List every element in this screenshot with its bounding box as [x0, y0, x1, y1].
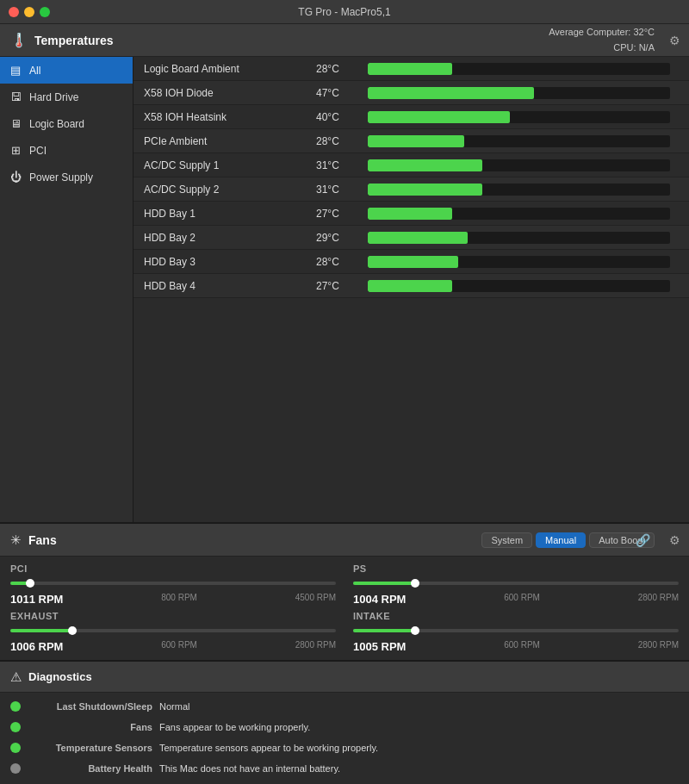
fan-slider-track[interactable]: [10, 582, 336, 585]
fan-slider-track[interactable]: [353, 629, 679, 632]
fan-item-intake: INTAKE 1005 RPM 600 RPM 2800 RPM: [353, 611, 679, 653]
fan-item-ps: PS 1004 RPM 600 RPM 2800 RPM: [353, 563, 679, 606]
temp-row-value: 28°C: [316, 135, 368, 147]
temp-row-name: X58 IOH Diode: [144, 87, 316, 99]
fan-rpm-range: 1005 RPM 600 RPM 2800 RPM: [353, 640, 679, 653]
fan-slider-row: [353, 623, 679, 638]
diag-value: Temperature sensors appear to be working…: [159, 743, 378, 753]
temp-row-name: X58 IOH Heatsink: [144, 111, 316, 123]
fan-rpm-max: 2800 RPM: [638, 593, 679, 606]
diagnostics-row: Temperature Sensors Temperature sensors …: [10, 737, 679, 758]
temp-row-name: Logic Board Ambient: [144, 63, 316, 75]
temperatures-body: ▤ All 🖫 Hard Drive 🖥 Logic Board ⊞ PCI ⏻: [0, 57, 689, 522]
temperature-row: HDD Bay 2 29°C: [133, 226, 689, 250]
fan-slider-fill: [353, 629, 415, 632]
sidebar-item-pci[interactable]: ⊞ PCI: [0, 137, 133, 164]
sidebar-label-logicboard: Logic Board: [29, 118, 84, 130]
temp-row-value: 40°C: [316, 111, 368, 123]
temperatures-gear-button[interactable]: ⚙: [669, 34, 680, 47]
fan-label: EXHAUST: [10, 611, 59, 621]
temperatures-section: 🌡️ Temperatures Average Computer: 32°C C…: [0, 24, 689, 522]
fan-rpm-max: 2800 RPM: [295, 640, 336, 653]
fan-item-exhaust: EXHAUST 1006 RPM 600 RPM 2800 RPM: [10, 611, 336, 653]
diag-status-dot: [10, 743, 21, 753]
fan-rpm-min: 600 RPM: [161, 640, 197, 653]
cpu-label: CPU: N/A: [613, 42, 655, 53]
temperature-row: X58 IOH Heatsink 40°C: [133, 105, 689, 129]
sidebar-label-pci: PCI: [29, 145, 47, 157]
sidebar: ▤ All 🖫 Hard Drive 🖥 Logic Board ⊞ PCI ⏻: [0, 57, 133, 522]
fan-rpm-range: 1004 RPM 600 RPM 2800 RPM: [353, 593, 679, 606]
avg-info: Average Computer: 32°C CPU: N/A: [549, 25, 655, 55]
fan-label: PS: [353, 563, 367, 574]
sidebar-label-powersupply: Power Supply: [29, 171, 93, 184]
sidebar-item-logicboard[interactable]: 🖥 Logic Board: [0, 110, 133, 137]
fan-slider-thumb: [68, 626, 77, 635]
diag-value: Normal: [159, 701, 189, 712]
temp-row-name: HDD Bay 3: [144, 256, 316, 268]
minimize-button[interactable]: [24, 7, 34, 17]
temp-row-name: HDD Bay 4: [144, 280, 316, 292]
fans-gear-button[interactable]: ⚙: [669, 533, 680, 547]
temp-bar: [368, 280, 452, 292]
fan-rpm-current: 1004 RPM: [353, 593, 406, 606]
sidebar-label-harddrive: Hard Drive: [29, 91, 78, 103]
fan-slider-row: [10, 623, 336, 638]
temp-row-name: HDD Bay 2: [144, 232, 316, 244]
fan-rpm-current: 1011 RPM: [10, 593, 63, 606]
temp-bar-container: [368, 208, 670, 220]
fans-link-button[interactable]: 🔗: [636, 533, 650, 547]
fan-rpm-max: 2800 RPM: [638, 640, 679, 653]
sidebar-item-harddrive[interactable]: 🖫 Hard Drive: [0, 84, 133, 110]
temp-bar-container: [368, 184, 670, 196]
fans-header: ✳ Fans System Manual Auto Boost 🔗 ⚙: [0, 524, 689, 557]
sidebar-item-powersupply[interactable]: ⏻ Power Supply: [0, 164, 133, 190]
temp-row-value: 31°C: [316, 184, 368, 196]
fans-body: PCI 1011 RPM 800 RPM 4500 RPM PS: [0, 557, 689, 660]
temp-row-name: PCIe Ambient: [144, 135, 316, 147]
close-button[interactable]: [9, 7, 19, 17]
diagnostics-row: Last Shutdown/Sleep Normal: [10, 696, 679, 717]
title-bar: TG Pro - MacPro5,1: [0, 0, 689, 24]
temp-row-value: 28°C: [316, 256, 368, 268]
all-icon: ▤: [9, 64, 22, 77]
temp-row-value: 27°C: [316, 280, 368, 292]
diag-key: Fans: [28, 722, 152, 732]
fans-controls: System Manual Auto Boost: [481, 532, 655, 548]
fan-slider-thumb: [26, 579, 34, 588]
fan-manual-button[interactable]: Manual: [536, 532, 586, 548]
fans-icon: ✳: [10, 532, 22, 548]
fan-slider-fill: [353, 582, 415, 585]
temp-row-name: AC/DC Supply 2: [144, 184, 316, 196]
fan-label-row: INTAKE: [353, 611, 679, 621]
fan-label: PCI: [10, 563, 28, 574]
temperature-row: HDD Bay 3 28°C: [133, 250, 689, 274]
temp-bar-container: [368, 159, 670, 171]
sidebar-item-all[interactable]: ▤ All: [0, 57, 133, 84]
logicboard-icon: 🖥: [9, 117, 22, 130]
fan-rpm-min: 600 RPM: [504, 593, 540, 606]
fan-slider-track[interactable]: [353, 582, 679, 585]
temp-bar: [368, 208, 452, 220]
fan-rpm-min: 600 RPM: [504, 640, 540, 653]
temp-bar-container: [368, 280, 670, 292]
fan-rpm-current: 1006 RPM: [10, 640, 63, 653]
diag-key: Temperature Sensors: [28, 743, 152, 753]
temperature-row: X58 IOH Diode 47°C: [133, 81, 689, 105]
temp-bar-container: [368, 135, 670, 147]
fans-title: Fans: [28, 533, 57, 547]
temp-bar: [368, 135, 464, 147]
diag-value: This Mac does not have an internal batte…: [159, 763, 340, 774]
maximize-button[interactable]: [40, 7, 50, 17]
fan-slider-track[interactable]: [10, 629, 336, 632]
temp-row-name: HDD Bay 1: [144, 208, 316, 220]
fan-slider-thumb: [411, 579, 419, 588]
diag-key: Battery Health: [28, 763, 152, 774]
temp-row-value: 31°C: [316, 159, 368, 171]
temperature-row: AC/DC Supply 1 31°C: [133, 153, 689, 177]
diagnostics-icon: ⚠: [10, 669, 22, 685]
fan-rpm-current: 1005 RPM: [353, 640, 406, 653]
fan-system-button[interactable]: System: [481, 532, 532, 548]
fan-item-pci: PCI 1011 RPM 800 RPM 4500 RPM: [10, 563, 336, 606]
temp-bar-container: [368, 256, 670, 268]
